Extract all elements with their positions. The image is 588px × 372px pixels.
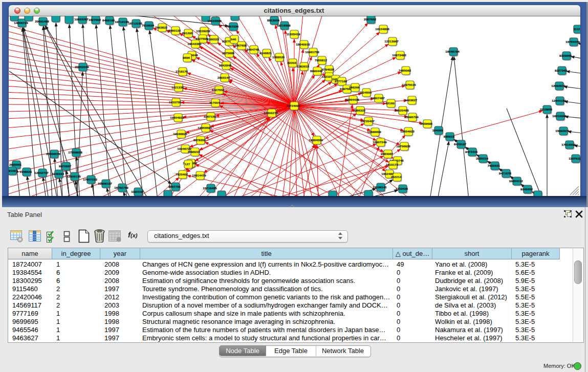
svg-text:746266: 746266: [349, 85, 360, 89]
svg-text:8960123: 8960123: [168, 29, 181, 32]
svg-text:6479197: 6479197: [454, 142, 467, 146]
svg-text:938923: 938923: [444, 135, 454, 138]
svg-text:8454749: 8454749: [247, 48, 259, 51]
svg-text:317004: 317004: [209, 101, 220, 104]
svg-text:7663822: 7663822: [155, 26, 168, 29]
svg-text:19756928: 19756928: [396, 144, 410, 148]
svg-text:1156829: 1156829: [19, 170, 32, 173]
svg-text:12444154: 12444154: [552, 99, 566, 102]
svg-text:17957223: 17957223: [83, 178, 97, 181]
svg-text:891295: 891295: [182, 31, 193, 35]
svg-text:16154808: 16154808: [375, 27, 389, 31]
svg-text:19654923: 19654923: [170, 116, 184, 119]
svg-text:12093872: 12093872: [551, 84, 565, 87]
svg-text:19654923: 19654923: [400, 129, 415, 133]
svg-text:19166825: 19166825: [173, 132, 187, 136]
svg-text:10961758: 10961758: [305, 50, 319, 54]
svg-text:7485063: 7485063: [399, 69, 411, 72]
svg-text:12975115: 12975115: [402, 83, 416, 86]
svg-text:1112: 1112: [573, 27, 580, 31]
svg-text:9245652: 9245652: [520, 187, 533, 191]
svg-text:1221338: 1221338: [171, 85, 184, 89]
svg-text:10807487: 10807487: [371, 96, 385, 100]
svg-text:8813054: 8813054: [267, 18, 280, 22]
svg-text:7625402: 7625402: [176, 172, 188, 176]
svg-text:10653267: 10653267: [74, 17, 89, 21]
svg-text:20364436: 20364436: [345, 98, 359, 101]
svg-text:6794028: 6794028: [322, 68, 335, 71]
svg-text:546: 546: [231, 37, 236, 41]
svg-text:1527602: 1527602: [89, 18, 101, 21]
svg-text:15751074: 15751074: [565, 40, 580, 43]
svg-text:19218506: 19218506: [276, 24, 291, 27]
svg-text:12213967: 12213967: [384, 39, 399, 43]
svg-text:2803144: 2803144: [217, 76, 230, 79]
svg-text:16033809: 16033809: [207, 19, 222, 23]
svg-text:3215955: 3215955: [540, 107, 553, 111]
svg-text:17016504: 17016504: [561, 143, 576, 146]
svg-text:9146821: 9146821: [259, 51, 272, 55]
svg-text:18724007: 18724007: [286, 104, 300, 107]
svg-text:8427552: 8427552: [212, 88, 225, 92]
svg-text:7857224: 7857224: [226, 25, 239, 28]
svg-text:1192346: 1192346: [131, 190, 143, 193]
svg-text:20691406: 20691406: [35, 19, 49, 23]
svg-text:10973493: 10973493: [392, 53, 406, 57]
svg-text:16543382: 16543382: [187, 42, 202, 46]
svg-text:8471676: 8471676: [499, 171, 512, 175]
svg-text:9242848: 9242848: [219, 63, 232, 67]
svg-text:18907249: 18907249: [373, 140, 387, 144]
svg-text:16210643: 16210643: [552, 114, 567, 118]
svg-text:10025488: 10025488: [395, 108, 409, 112]
svg-text:8678352: 8678352: [193, 138, 206, 142]
svg-text:15495794: 15495794: [404, 115, 419, 119]
svg-text:16782759: 16782759: [114, 186, 128, 189]
svg-text:10654112: 10654112: [509, 179, 523, 183]
svg-text:12505135: 12505135: [67, 174, 81, 178]
svg-text:12353594: 12353594: [198, 126, 212, 129]
svg-text:8990448: 8990448: [310, 69, 323, 73]
svg-text:9857791: 9857791: [168, 185, 181, 188]
svg-text:1167533: 1167533: [569, 157, 580, 160]
svg-text:2835061: 2835061: [9, 163, 22, 166]
svg-text:2935114: 2935114: [476, 157, 488, 160]
svg-text:3875685: 3875685: [222, 51, 235, 55]
svg-text:20053346: 20053346: [75, 65, 89, 69]
svg-text:252214: 252214: [391, 175, 402, 179]
svg-text:9639695: 9639695: [420, 122, 433, 125]
svg-text:2718176: 2718176: [176, 70, 188, 73]
svg-text:15300275: 15300275: [264, 111, 278, 115]
svg-text:10958107: 10958107: [98, 182, 112, 185]
svg-text:2867608: 2867608: [234, 43, 247, 47]
svg-text:39159: 39159: [9, 169, 16, 172]
svg-text:16914479: 16914479: [192, 173, 206, 177]
svg-text:1615172: 1615172: [386, 163, 399, 166]
svg-text:14136141: 14136141: [373, 185, 387, 189]
svg-text:7632621: 7632621: [488, 164, 500, 167]
svg-text:17359928: 17359928: [68, 150, 82, 154]
svg-text:7386322: 7386322: [353, 108, 366, 112]
svg-text:82203: 82203: [287, 61, 296, 64]
svg-text:13226058: 13226058: [196, 29, 210, 33]
svg-text:18640910: 18640910: [296, 42, 310, 46]
svg-text:15720407: 15720407: [360, 119, 375, 123]
svg-text:9474444: 9474444: [465, 150, 478, 154]
svg-text:12942737: 12942737: [34, 171, 49, 174]
svg-text:10688609: 10688609: [367, 130, 381, 134]
svg-text:9227342: 9227342: [555, 69, 568, 72]
svg-text:9896: 9896: [183, 56, 190, 59]
svg-text:16713155: 16713155: [128, 21, 142, 25]
svg-text:1362615: 1362615: [297, 64, 310, 68]
svg-text:1733426: 1733426: [396, 187, 408, 190]
svg-text:2087682: 2087682: [364, 17, 377, 21]
svg-text:1145194: 1145194: [52, 172, 64, 176]
svg-text:3824554: 3824554: [359, 91, 372, 94]
svg-text:3267150: 3267150: [204, 115, 216, 118]
svg-text:3498222: 3498222: [188, 150, 201, 154]
svg-text:164095: 164095: [432, 128, 443, 132]
svg-text:10719155: 10719155: [115, 20, 129, 24]
svg-text:1588520: 1588520: [272, 55, 285, 59]
svg-text:7515524: 7515524: [142, 24, 155, 27]
svg-text:9684067: 9684067: [381, 152, 394, 156]
svg-text:11325419: 11325419: [286, 32, 300, 36]
